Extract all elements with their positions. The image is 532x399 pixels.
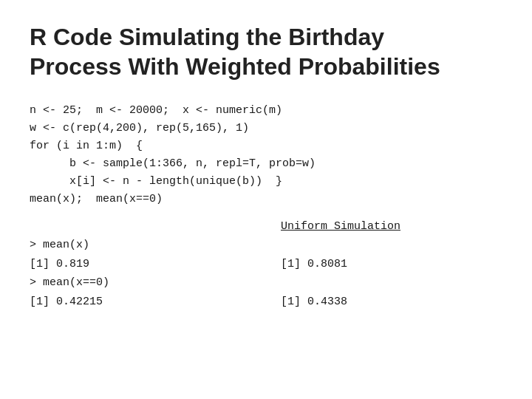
result-row4-right: [1] 0.4338 (281, 293, 347, 312)
page-container: R Code Simulating the Birthday Process W… (0, 0, 532, 399)
code-line-4: b <- sample(1:366, n, repl=T, prob=w) (30, 155, 502, 173)
uniform-simulation-label: Uniform Simulation (281, 220, 502, 233)
title-line2: Process With Weighted Probabilities (30, 53, 440, 80)
result-row-1: > mean(x) (30, 236, 502, 255)
result-row2-left: [1] 0.819 (30, 255, 281, 274)
code-line-5: x[i] <- n - length(unique(b)) } (30, 173, 502, 191)
result-row2-right: [1] 0.8081 (281, 255, 347, 274)
title-line1: R Code Simulating the Birthday (30, 24, 384, 50)
code-line-3: for (i in 1:m) { (30, 137, 502, 155)
code-block: n <- 25; m <- 20000; x <- numeric(m) w <… (30, 102, 502, 208)
code-line-2: w <- c(rep(4,200), rep(5,165), 1) (30, 120, 502, 137)
code-line-6: mean(x); mean(x==0) (30, 191, 502, 208)
result-row4-left: [1] 0.42215 (30, 293, 281, 312)
result-row-4: [1] 0.42215 [1] 0.4338 (30, 293, 502, 312)
result-row1-left: > mean(x) (30, 236, 281, 255)
page-title: R Code Simulating the Birthday Process W… (30, 22, 502, 81)
code-line-1: n <- 25; m <- 20000; x <- numeric(m) (30, 102, 502, 120)
result-row-3: > mean(x==0) (30, 273, 502, 293)
result-row-2: [1] 0.819 [1] 0.8081 (30, 255, 502, 274)
results-section: > mean(x) [1] 0.819 [1] 0.8081 > mean(x=… (30, 236, 502, 311)
result-row3-left: > mean(x==0) (30, 273, 281, 293)
